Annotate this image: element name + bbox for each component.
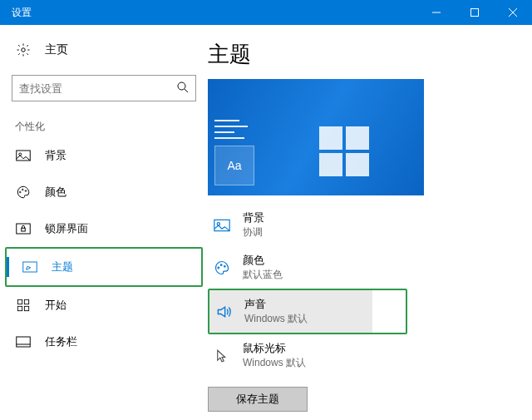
option-label: 颜色	[243, 253, 283, 268]
preview-sample-tile: Aa	[214, 146, 254, 185]
window-buttons	[417, 0, 532, 25]
svg-rect-13	[22, 228, 26, 231]
svg-rect-17	[17, 306, 22, 310]
search-icon	[175, 80, 190, 97]
sidebar-item-lockscreen[interactable]: 锁屏界面	[0, 210, 208, 247]
grid-icon	[15, 297, 32, 314]
sidebar-item-themes[interactable]: 主题	[7, 249, 201, 285]
option-value: Windows 默认	[243, 356, 306, 370]
option-label: 鼠标光标	[243, 341, 306, 356]
palette-icon	[213, 259, 231, 277]
save-theme-button[interactable]: 保存主题	[208, 387, 308, 412]
svg-point-23	[218, 267, 219, 269]
image-icon	[213, 216, 231, 235]
svg-line-6	[185, 89, 188, 92]
svg-point-5	[178, 82, 185, 90]
svg-point-11	[25, 190, 27, 192]
content: 主题 Aa	[208, 25, 532, 420]
sidebar-item-label: 开始	[45, 298, 66, 313]
windows-logo-icon	[319, 126, 369, 176]
option-sound[interactable]: 声音 Windows 默认	[209, 290, 372, 333]
svg-rect-1	[471, 9, 479, 17]
option-label: 声音	[244, 297, 308, 312]
close-button[interactable]	[494, 0, 532, 25]
sidebar-item-label: 主题	[52, 259, 73, 274]
search-field[interactable]	[12, 76, 195, 101]
option-label: 背景	[243, 210, 264, 225]
svg-rect-16	[24, 299, 28, 304]
svg-point-4	[22, 48, 26, 52]
page-title: 主题	[208, 40, 524, 69]
option-value: Windows 默认	[244, 312, 308, 326]
option-background[interactable]: 背景 协调	[208, 204, 382, 246]
speaker-icon	[214, 303, 233, 321]
minimize-button[interactable]	[417, 0, 456, 25]
svg-rect-18	[24, 306, 28, 310]
sidebar-item-label: 颜色	[45, 185, 66, 200]
gear-icon	[15, 42, 32, 58]
sidebar-category: 个性化	[0, 113, 208, 137]
window-title: 设置	[0, 6, 417, 20]
cursor-icon	[213, 347, 231, 365]
image-icon	[15, 147, 32, 164]
sidebar-home-label: 主页	[45, 42, 68, 57]
titlebar: 设置	[0, 0, 532, 25]
svg-rect-15	[17, 299, 22, 304]
sidebar-item-taskbar[interactable]: 任务栏	[0, 324, 208, 360]
sidebar-item-label: 背景	[45, 148, 66, 163]
option-value: 默认蓝色	[243, 268, 283, 282]
sidebar-item-start[interactable]: 开始	[0, 287, 208, 324]
svg-point-10	[22, 189, 24, 190]
sidebar-item-label: 任务栏	[45, 334, 77, 349]
sidebar-item-colors[interactable]: 颜色	[0, 174, 208, 210]
taskbar-icon	[15, 334, 32, 350]
sidebar-home[interactable]: 主页	[0, 33, 208, 67]
svg-point-24	[220, 264, 222, 265]
search-input[interactable]	[12, 75, 196, 101]
pen-icon	[22, 259, 38, 275]
maximize-button[interactable]	[456, 0, 494, 25]
sidebar: 主页 个性化 背景 颜色	[0, 25, 208, 420]
option-color[interactable]: 颜色 默认蓝色	[208, 246, 382, 289]
theme-preview: Aa	[208, 79, 424, 195]
svg-rect-19	[17, 337, 31, 347]
sidebar-item-background[interactable]: 背景	[0, 137, 208, 174]
sidebar-item-label: 锁屏界面	[45, 221, 88, 236]
svg-point-25	[224, 265, 226, 267]
svg-point-9	[20, 191, 22, 193]
option-value: 协调	[243, 225, 264, 240]
palette-icon	[15, 184, 32, 200]
option-cursor[interactable]: 鼠标光标 Windows 默认	[208, 334, 382, 377]
lock-icon	[15, 220, 32, 237]
